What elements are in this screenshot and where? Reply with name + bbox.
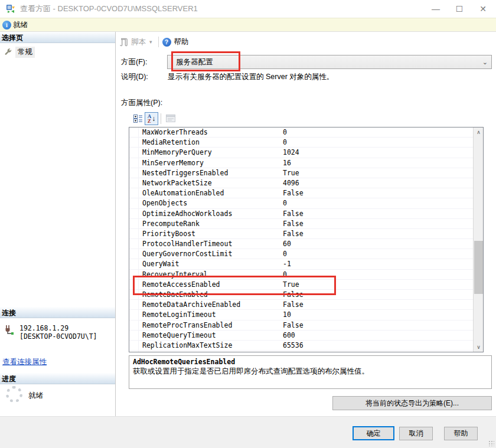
row-gutter: [129, 239, 139, 248]
select-page-header: 选择页: [0, 32, 115, 43]
property-value[interactable]: 60: [279, 239, 474, 248]
property-name: ReplicationXPsEnabled: [139, 351, 279, 352]
property-row[interactable]: OpenObjects 0: [129, 198, 474, 208]
row-gutter: [129, 168, 139, 178]
property-row[interactable]: RemoteLoginTimeout 10: [129, 310, 474, 320]
property-row[interactable]: RemoteAccessEnabled True: [129, 280, 474, 290]
property-value[interactable]: -1: [279, 259, 474, 269]
property-value[interactable]: False: [279, 321, 474, 330]
view-facets-dialog: { "window": { "title": "查看方面 - DESKTOP-0…: [0, 0, 496, 448]
property-row[interactable]: OleAutomationEnabled False: [129, 188, 474, 198]
property-row[interactable]: MediaRetention 0: [129, 138, 474, 148]
close-button[interactable]: ✕: [471, 0, 495, 17]
facet-dropdown[interactable]: 服务器配置 ⌄: [167, 55, 492, 69]
main-panel: 脚本 ▾ ? 帮助 方面(F): 服务器配置 ⌄ 说明(D): 显示有关服务器的…: [116, 32, 496, 416]
property-value[interactable]: 1024: [279, 148, 474, 157]
view-connection-properties-link[interactable]: 查看连接属性: [2, 357, 47, 367]
property-name: RemoteAccessEnabled: [139, 280, 279, 289]
info-icon: i: [2, 21, 11, 30]
property-row[interactable]: RemoteDacEnabled False: [129, 290, 474, 300]
property-value[interactable]: False: [279, 290, 474, 299]
property-value[interactable]: False: [279, 351, 474, 352]
status-text: 就绪: [13, 20, 28, 30]
property-value[interactable]: 0: [279, 198, 474, 208]
property-row[interactable]: ReplicationXPsEnabled False: [129, 351, 474, 352]
property-value[interactable]: 0: [279, 138, 474, 147]
property-value[interactable]: True: [279, 168, 474, 178]
row-gutter: [129, 127, 139, 137]
property-row[interactable]: RemoteQueryTimeout 600: [129, 331, 474, 341]
property-value[interactable]: False: [279, 229, 474, 238]
property-row[interactable]: QueryWait -1: [129, 259, 474, 269]
property-row[interactable]: RecoveryInterval 0: [129, 270, 474, 280]
minimize-button[interactable]: —: [424, 0, 448, 17]
property-row[interactable]: OptimizeAdhocWorkloads False: [129, 209, 474, 219]
property-row[interactable]: PrecomputeRank False: [129, 219, 474, 229]
property-value[interactable]: 16: [279, 158, 474, 168]
property-row[interactable]: ReplicationMaxTextSize 65536: [129, 341, 474, 351]
property-description-panel: AdHocRemoteQueriesEnabled 获取或设置用于指定是否已启用…: [129, 355, 492, 389]
export-policy-button[interactable]: 将当前的状态导出为策略(E)...: [332, 396, 492, 410]
row-gutter: [129, 229, 139, 238]
property-row[interactable]: ProtocolHandlerTimeout 60: [129, 239, 474, 249]
connection-user: [DESKTOP-0CVOD7U\T]: [19, 332, 97, 341]
row-gutter: [129, 138, 139, 147]
categorized-view-button[interactable]: [131, 112, 145, 125]
ok-button[interactable]: 确定: [353, 426, 394, 440]
property-row[interactable]: QueryGovernorCostLimit 0: [129, 249, 474, 259]
sort-arrow-icon: ↓: [152, 115, 155, 123]
property-value[interactable]: True: [279, 280, 474, 289]
property-row[interactable]: RemoteProcTransEnabled False: [129, 321, 474, 331]
categorized-icon: [133, 115, 143, 123]
title-bar: 查看方面 - DESKTOP-0CVOD7U\MSSQLSERVER1 — ☐ …: [0, 0, 496, 18]
property-value[interactable]: False: [279, 219, 474, 228]
row-gutter: [129, 300, 139, 309]
property-name: RemoteDataArchiveEnabled: [139, 300, 279, 309]
property-row[interactable]: NestedTriggersEnabled True: [129, 168, 474, 178]
app-icon: [6, 4, 15, 14]
property-grid-rows: MaxWorkerThreads 0 MediaRetention 0 MinM…: [129, 127, 474, 352]
property-description-text: 获取或设置用于指定是否已启用即席分布式查询配置选项的布尔属性值。: [133, 367, 488, 377]
resize-grip[interactable]: [488, 440, 494, 446]
property-value[interactable]: 4096: [279, 178, 474, 188]
property-row[interactable]: NetworkPacketSize 4096: [129, 178, 474, 188]
script-dropdown-icon[interactable]: ▾: [149, 39, 152, 45]
property-row[interactable]: MaxWorkerThreads 0: [129, 127, 474, 138]
connection-server: 192.168.1.29: [19, 324, 97, 332]
scrollbar-thumb[interactable]: [474, 241, 483, 294]
property-row[interactable]: RemoteDataArchiveEnabled False: [129, 300, 474, 310]
property-value[interactable]: 0: [279, 270, 474, 279]
cancel-button[interactable]: 取消: [399, 427, 433, 440]
property-name: MaxWorkerThreads: [139, 127, 279, 137]
maximize-button[interactable]: ☐: [448, 0, 471, 17]
help-button[interactable]: 帮助: [444, 427, 478, 440]
property-value[interactable]: False: [279, 300, 474, 309]
scroll-up-icon[interactable]: ∧: [474, 127, 484, 137]
window-title: 查看方面 - DESKTOP-0CVOD7U\MSSQLSERVER1: [20, 4, 198, 14]
sidebar-item-general[interactable]: 常规: [4, 47, 115, 58]
property-value[interactable]: 0: [279, 127, 474, 137]
property-grid-toolbar: A Z ↓: [131, 112, 177, 125]
sidebar-item-general-label: 常规: [15, 47, 35, 58]
property-value[interactable]: 600: [279, 331, 474, 340]
row-gutter: [129, 158, 139, 168]
grid-scrollbar[interactable]: ∧ ∨: [473, 127, 483, 352]
script-button[interactable]: 脚本: [131, 37, 146, 47]
property-name: MinMemoryPerQuery: [139, 148, 279, 157]
property-row[interactable]: PriorityBoost False: [129, 229, 474, 239]
sidebar: 选择页 常规 连接 192.168.1.29 [DESKTOP-0CVOD7U\…: [0, 32, 116, 416]
property-value[interactable]: 65536: [279, 341, 474, 350]
property-value[interactable]: 0: [279, 249, 474, 259]
property-value[interactable]: False: [279, 209, 474, 218]
property-row[interactable]: MinServerMemory 16: [129, 158, 474, 168]
facet-value: 服务器配置: [176, 57, 213, 67]
scroll-down-icon[interactable]: ∨: [474, 342, 484, 352]
help-toolbar-button[interactable]: 帮助: [174, 37, 189, 47]
property-row[interactable]: MinMemoryPerQuery 1024: [129, 148, 474, 158]
row-gutter: [129, 198, 139, 208]
alphabetical-sort-button[interactable]: A Z ↓: [145, 112, 158, 125]
row-gutter: [129, 321, 139, 330]
row-gutter: [129, 259, 139, 269]
property-value[interactable]: 10: [279, 310, 474, 319]
property-value[interactable]: False: [279, 188, 474, 198]
